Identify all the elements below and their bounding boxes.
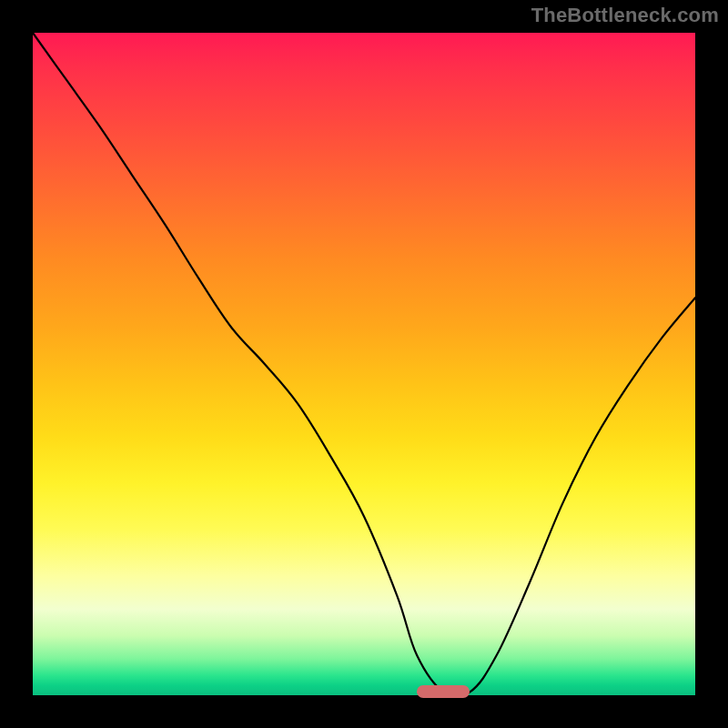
plot-area [33, 33, 695, 695]
watermark-text: TheBottleneck.com [531, 4, 719, 27]
chart-container: TheBottleneck.com [0, 0, 728, 728]
sweet-spot-marker [417, 685, 470, 698]
bottleneck-curve [33, 33, 695, 695]
